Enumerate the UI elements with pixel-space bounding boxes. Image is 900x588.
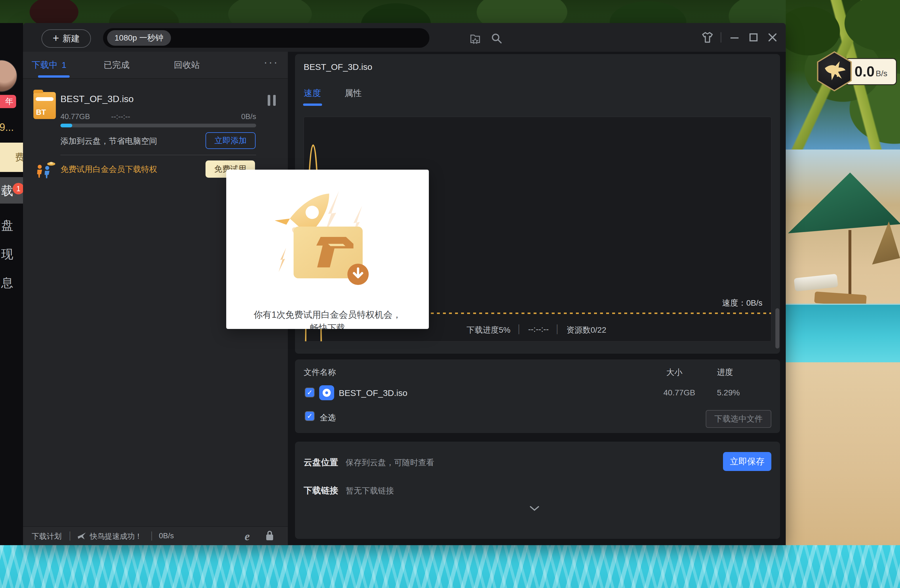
floating-speed-widget[interactable]: 0.0 B/s xyxy=(845,58,897,85)
tab-downloading[interactable]: 下载中1 xyxy=(32,59,67,71)
download-plan-link[interactable]: 下载计划 xyxy=(32,531,62,542)
save-now-button[interactable]: 立即保存 xyxy=(723,452,771,471)
cloud-save-card: 云盘位置 保存到云盘，可随时查看 立即保存 下载链接 暂无下载链接 xyxy=(295,442,780,539)
iso-disc-icon xyxy=(319,385,334,400)
boost-status-text[interactable]: 快鸟提速成功！ xyxy=(90,531,142,542)
task-speed: 0B/s xyxy=(241,112,256,121)
task-eta: --:--:-- xyxy=(111,112,130,121)
active-tab-underline xyxy=(38,75,70,77)
column-progress: 进度 xyxy=(717,367,733,378)
download-link-desc: 暂无下载链接 xyxy=(346,485,394,496)
modal-text-line1: 你有1次免费试用白金会员特权机会， xyxy=(226,309,429,321)
pause-icon[interactable] xyxy=(268,95,276,106)
divider xyxy=(61,155,256,155)
skin-theme-icon[interactable] xyxy=(700,30,715,45)
trial-promo-text: 免费试用白金会员下载特权 xyxy=(61,164,157,175)
bt-folder-icon: BT xyxy=(33,92,56,119)
avatar[interactable] xyxy=(0,60,17,92)
column-size: 大小 xyxy=(666,367,683,378)
add-to-cloud-button[interactable]: 立即添加 xyxy=(205,132,256,149)
download-progress: 下载进度5% xyxy=(467,325,510,336)
browser-icon[interactable]: e xyxy=(245,530,256,541)
file-name[interactable]: BEST_OF_3D.iso xyxy=(339,388,407,398)
sidebar-item-cloud-disk[interactable]: 盘 xyxy=(1,217,23,234)
separator: │ xyxy=(68,531,73,540)
file-progress: 5.29% xyxy=(717,388,740,398)
titlebar-divider xyxy=(721,32,721,43)
vip-people-icon xyxy=(34,161,56,179)
list-tabs: 下载中1 已完成 回收站 ··· xyxy=(23,52,288,78)
task-progress-fill xyxy=(61,124,72,127)
file-size: 40.77GB xyxy=(663,388,695,398)
column-file-name: 文件名称 xyxy=(304,367,336,378)
maximize-button[interactable] xyxy=(746,30,761,45)
task-size: 40.77GB xyxy=(61,112,90,121)
cloud-tip-text: 添加到云盘，节省电脑空间 xyxy=(61,136,157,147)
minimize-button[interactable] xyxy=(727,30,742,45)
chart-info-row: 下载进度5% │ --:--:-- │ 资源数0/22 xyxy=(467,325,606,336)
select-all-label: 全选 xyxy=(320,412,336,423)
sidebar-item-messages[interactable]: 息 xyxy=(1,275,23,291)
search-suggestion-tag[interactable]: 1080p 一秒钟 xyxy=(107,30,171,46)
search-icon[interactable] xyxy=(490,32,503,44)
speed-bird-icon xyxy=(77,532,87,540)
vip-badge: 年 xyxy=(0,95,16,108)
wallpaper-pool-water xyxy=(0,545,900,588)
task-meta: 40.77GB --:--:-- 0B/s xyxy=(61,112,256,121)
modal-text-line2: 畅快下载 xyxy=(226,322,429,329)
separator: │ xyxy=(555,325,560,336)
close-button[interactable] xyxy=(765,30,780,45)
platinum-vip-illustration xyxy=(267,183,388,292)
downloading-count: 1 xyxy=(62,60,67,70)
cloud-location-desc: 保存到云盘，可随时查看 xyxy=(346,457,434,468)
download-count-badge: 1 xyxy=(12,183,23,194)
scrollbar-thumb[interactable] xyxy=(775,308,779,348)
bt-badge: BT xyxy=(36,108,46,117)
plus-icon: + xyxy=(53,32,59,43)
username: 89... xyxy=(0,121,23,133)
collection-folder-icon[interactable] xyxy=(469,32,481,44)
download-selected-button[interactable]: 下载选中文件 xyxy=(706,410,771,428)
status-bar: 下载计划 │ 快鸟提速成功！ │ 0B/s e xyxy=(23,526,288,545)
chevron-down-icon[interactable] xyxy=(529,506,540,511)
tab-completed[interactable]: 已完成 xyxy=(104,59,130,71)
sidebar-item-discover[interactable]: 现 xyxy=(1,246,23,262)
resource-count: 资源数0/22 xyxy=(566,325,607,336)
file-checkbox[interactable]: ✓ xyxy=(305,388,315,398)
tab-recycle-bin[interactable]: 回收站 xyxy=(174,59,200,71)
trial-privilege-modal: 你有1次免费试用白金会员特权机会， 畅快下载 xyxy=(226,170,429,329)
widget-speed-value: 0.0 xyxy=(855,63,875,80)
remaining-time: --:--:-- xyxy=(528,325,549,336)
search-bar[interactable]: 1080p 一秒钟 xyxy=(103,28,430,48)
more-options-icon[interactable]: ··· xyxy=(264,56,279,69)
current-speed-label: 速度：0B/s xyxy=(722,298,762,308)
detail-title: BEST_OF_3D.iso xyxy=(304,62,372,72)
select-all-checkbox[interactable]: ✓ xyxy=(305,411,315,421)
file-list-card: 文件名称 大小 进度 ✓ BEST_OF_3D.iso 40.77GB 5.29… xyxy=(295,359,780,433)
lock-icon[interactable] xyxy=(265,530,274,541)
tab-speed[interactable]: 速度 xyxy=(304,87,321,99)
task-progress-bar xyxy=(61,124,256,127)
task-name[interactable]: BEST_OF_3D.iso xyxy=(61,94,133,104)
wallpaper-umbrella-pole xyxy=(849,230,851,302)
active-tab-underline xyxy=(303,104,322,106)
download-link-label: 下载链接 xyxy=(304,485,338,497)
cloud-location-label: 云盘位置 xyxy=(304,456,338,468)
separator: │ xyxy=(517,325,522,336)
separator: │ xyxy=(150,531,154,540)
wallpaper-pool-edge xyxy=(786,305,900,362)
renew-button[interactable]: 费 xyxy=(0,142,23,172)
widget-speed-unit: B/s xyxy=(876,69,888,78)
app-left-sidebar: 年 89... 费 载 1 盘 现 息 xyxy=(0,23,23,545)
tab-properties[interactable]: 属性 xyxy=(344,87,362,99)
global-speed: 0B/s xyxy=(159,531,174,540)
new-task-button[interactable]: + 新建 xyxy=(42,29,91,48)
